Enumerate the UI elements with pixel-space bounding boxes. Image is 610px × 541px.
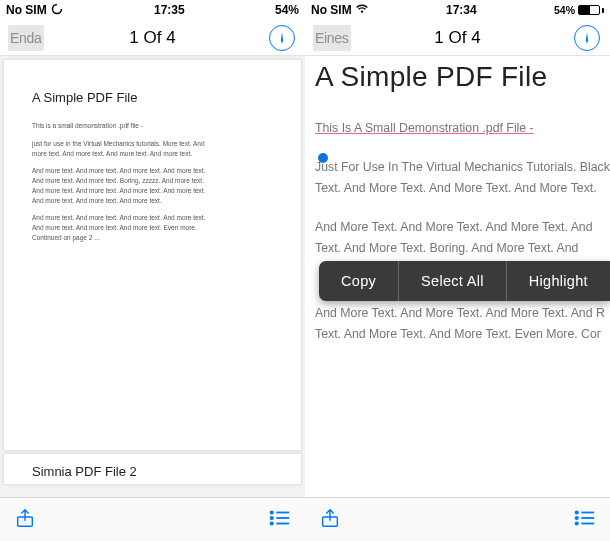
pdf-zoom-area[interactable]: A Simple PDF File This Is A Small Demons… [305, 56, 610, 497]
pdf-page-2[interactable]: Simnia PDF File 2 [4, 454, 301, 484]
page-indicator: 1 Of 4 [10, 28, 295, 48]
right-screen: No SIM 17:34 54% Eines 1 Of 4 A Simple P… [305, 0, 610, 541]
carrier-text: No SIM [311, 3, 352, 17]
status-bar: No SIM 17:35 54% [0, 0, 305, 20]
context-menu: Copy Select All Highlight [319, 261, 610, 301]
navbar: Enda 1 Of 4 [0, 20, 305, 56]
page-indicator: 1 Of 4 [315, 28, 600, 48]
list-icon[interactable] [269, 507, 291, 533]
pdf-paragraph[interactable]: Text. And More Text. And More Text. And … [315, 179, 606, 198]
wifi-icon [355, 3, 369, 18]
pdf-paragraph: This is a small demonstration .pdf file … [32, 121, 212, 131]
app-logo-icon[interactable] [574, 25, 600, 51]
battery-pct: 54% [275, 3, 299, 17]
share-icon[interactable] [319, 507, 341, 533]
back-button[interactable]: Eines [313, 25, 351, 51]
pdf-page-1[interactable]: A Simple PDF File This is a small demons… [4, 60, 301, 450]
list-icon[interactable] [574, 507, 596, 533]
svg-point-5 [271, 516, 273, 518]
carrier-text: No SIM [6, 3, 47, 17]
svg-point-12 [576, 516, 578, 518]
loading-icon [50, 3, 64, 18]
battery-pct: 54% [554, 4, 575, 16]
pdf-title: A Simple PDF File [315, 62, 606, 93]
pdf-title: A Simple PDF File [32, 90, 273, 105]
clock-text: 17:34 [446, 3, 477, 17]
menu-copy[interactable]: Copy [319, 261, 399, 301]
battery-icon [578, 5, 604, 15]
svg-point-6 [271, 522, 273, 524]
status-bar: No SIM 17:34 54% [305, 0, 610, 20]
bottom-toolbar [305, 497, 610, 541]
pdf-paragraph: just for use in the Virtual Mechanics tu… [32, 139, 212, 159]
pdf-paragraph[interactable]: Just For Use In The Virtual Mechanics Tu… [315, 158, 606, 177]
back-button[interactable]: Enda [8, 25, 44, 51]
pdf-paragraph[interactable]: Text. And More Text. Boring. And More Te… [315, 239, 606, 258]
app-logo-icon[interactable] [269, 25, 295, 51]
selection-handle-start[interactable] [318, 153, 328, 163]
pdf-title: Simnia PDF File 2 [32, 464, 273, 479]
pdf-paragraph: And more text. And more text. And more t… [32, 166, 212, 205]
pdf-paragraph[interactable]: Text. And More Text. And More Text. Even… [315, 325, 606, 344]
share-icon[interactable] [14, 507, 36, 533]
pdf-paragraph[interactable]: And More Text. And More Text. And More T… [315, 304, 606, 323]
menu-highlight[interactable]: Highlight [507, 261, 610, 301]
left-screen: No SIM 17:35 54% Enda 1 Of 4 A Simple PD… [0, 0, 305, 541]
navbar: Eines 1 Of 4 [305, 20, 610, 56]
pdf-paragraph: And more text. And more text. And more t… [32, 213, 212, 242]
pdf-paragraph[interactable]: This Is A Small Demonstration .pdf File … [315, 119, 606, 138]
svg-point-13 [576, 522, 578, 524]
menu-select-all[interactable]: Select All [399, 261, 507, 301]
svg-point-11 [576, 511, 578, 513]
svg-point-4 [271, 511, 273, 513]
pdf-scroll-area[interactable]: A Simple PDF File This is a small demons… [0, 56, 305, 497]
clock-text: 17:35 [154, 3, 185, 17]
bottom-toolbar [0, 497, 305, 541]
pdf-paragraph[interactable]: And More Text. And More Text. And More T… [315, 218, 606, 237]
